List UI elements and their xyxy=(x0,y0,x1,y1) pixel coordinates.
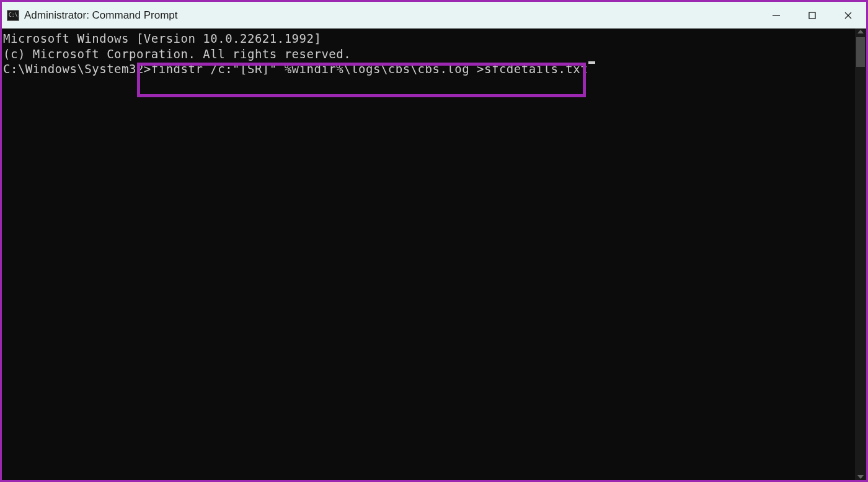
window-controls xyxy=(758,2,866,28)
close-button[interactable] xyxy=(830,2,866,28)
scrollbar[interactable] xyxy=(855,28,866,480)
maximize-icon xyxy=(808,11,817,20)
terminal-output-line: Microsoft Windows [Version 10.0.22621.19… xyxy=(3,31,866,46)
terminal-output-line: (c) Microsoft Corporation. All rights re… xyxy=(3,46,866,62)
cursor xyxy=(588,61,595,64)
minimize-button[interactable] xyxy=(758,2,794,28)
titlebar-left: C:\. Administrator: Command Prompt xyxy=(7,9,178,22)
svg-rect-1 xyxy=(809,12,815,19)
minimize-icon xyxy=(772,11,781,20)
cmd-icon-text: C:\. xyxy=(9,12,20,18)
terminal-area[interactable]: Microsoft Windows [Version 10.0.22621.19… xyxy=(2,28,866,480)
terminal-command-input[interactable]: findstr /c:"[SR]" %windir%\logs\cbs\cbs.… xyxy=(151,61,588,77)
scrollbar-arrow-down-icon[interactable] xyxy=(857,475,864,479)
terminal-prompt-line: C:\Windows\System32>findstr /c:"[SR]" %w… xyxy=(3,61,866,77)
terminal-prompt: C:\Windows\System32> xyxy=(3,61,151,77)
titlebar: C:\. Administrator: Command Prompt xyxy=(2,2,866,28)
scrollbar-thumb[interactable] xyxy=(856,37,865,67)
close-icon xyxy=(844,11,852,20)
window-title: Administrator: Command Prompt xyxy=(24,9,178,22)
cmd-icon: C:\. xyxy=(7,10,19,21)
maximize-button[interactable] xyxy=(794,2,830,28)
scrollbar-arrow-up-icon[interactable] xyxy=(857,30,864,33)
